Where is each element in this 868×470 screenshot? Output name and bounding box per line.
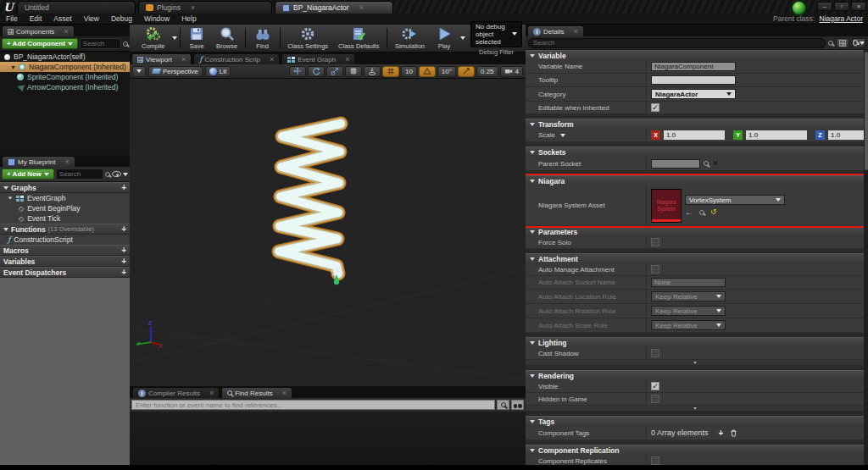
menu-file[interactable]: File — [0, 14, 24, 23]
components-search-input[interactable] — [80, 38, 121, 49]
maximize-button[interactable]: ▫ — [834, 2, 849, 11]
event-graph-item[interactable]: EventGraph — [0, 193, 130, 203]
event-beginplay-item[interactable]: ◇ Event BeginPlay — [0, 203, 130, 213]
close-icon[interactable]: × — [573, 28, 577, 35]
macros-header[interactable]: Macros + — [0, 245, 130, 256]
lighting-expander[interactable] — [526, 360, 864, 366]
cast-shadow-checkbox[interactable] — [651, 349, 659, 357]
graphs-header[interactable]: Graphs + — [0, 182, 130, 193]
details-search-input[interactable] — [528, 38, 826, 48]
window-tab-plugins[interactable]: Plugins × — [138, 1, 272, 14]
details-scrollbar[interactable] — [864, 50, 868, 465]
close-icon[interactable]: × — [181, 56, 186, 63]
tree-item-sprite-component[interactable]: SpriteComponent (Inherited) — [0, 72, 130, 82]
close-icon[interactable]: × — [64, 28, 68, 35]
close-icon[interactable]: × — [64, 158, 69, 165]
add-component-button[interactable]: + Add Component — [2, 38, 78, 49]
find-in-blueprints-button[interactable] — [511, 400, 524, 410]
auto-attach-socket-name-input[interactable] — [651, 278, 726, 287]
search-button[interactable] — [497, 400, 509, 410]
auto-attach-location-rule-dropdown[interactable]: Keep Relative — [651, 291, 726, 301]
variable-name-input[interactable] — [651, 62, 736, 71]
chevron-down-icon[interactable] — [560, 134, 565, 137]
browse-to-asset-icon[interactable] — [699, 210, 704, 215]
tags-header[interactable]: Tags — [526, 416, 864, 426]
close-icon[interactable]: × — [191, 4, 195, 11]
grid-snap-toggle[interactable] — [382, 66, 399, 77]
add-graph-button[interactable]: + — [121, 184, 126, 191]
menu-edit[interactable]: Edit — [24, 14, 48, 23]
niagara-asset-dropdown[interactable]: VortexSystem — [685, 195, 785, 205]
event-tick-item[interactable]: ◇ Event Tick — [0, 213, 130, 224]
find-references-input[interactable] — [131, 400, 495, 410]
menu-asset[interactable]: Asset — [47, 14, 77, 23]
play-options-chevron-icon[interactable] — [460, 36, 465, 40]
camera-speed-button[interactable]: 4 — [500, 66, 523, 77]
surface-snap-button[interactable] — [364, 66, 381, 77]
close-icon[interactable]: × — [209, 390, 214, 396]
debug-object-dropdown[interactable]: No debug object selected — [470, 21, 522, 47]
angle-snap-toggle[interactable] — [419, 66, 436, 77]
component-replication-header[interactable]: Component Replication — [526, 445, 864, 455]
reset-to-default-icon[interactable]: ↺ — [710, 208, 717, 216]
scale-snap-value-dropdown[interactable]: 0.25 — [476, 66, 498, 77]
browse-button[interactable]: Browse — [211, 25, 242, 51]
force-solo-checkbox[interactable] — [651, 238, 659, 246]
search-icon[interactable] — [704, 161, 709, 166]
window-tab-untitled[interactable]: Untitled — [17, 1, 136, 14]
trash-icon[interactable] — [730, 429, 737, 437]
scale-z-input[interactable]: 1.0 — [828, 130, 864, 140]
rotate-tool-button[interactable] — [308, 66, 325, 77]
auto-attach-rotation-rule-dropdown[interactable]: Keep Relative — [651, 306, 726, 316]
lit-button[interactable]: Lit — [205, 66, 231, 77]
property-matrix-button[interactable] — [836, 38, 849, 48]
variables-header[interactable]: Variables + — [0, 256, 130, 267]
angle-snap-value-dropdown[interactable]: 10° — [437, 66, 456, 77]
auto-manage-attachment-checkbox[interactable] — [651, 265, 659, 274]
save-button[interactable]: Save — [182, 25, 211, 51]
attachment-header[interactable]: Attachment — [526, 253, 864, 263]
simulation-button[interactable]: Simulation — [390, 25, 430, 51]
use-selected-asset-icon[interactable]: ← — [685, 208, 693, 216]
add-function-button[interactable]: + — [121, 225, 126, 233]
tab-find-results[interactable]: Find Results × — [221, 387, 292, 398]
scale-tool-button[interactable] — [326, 66, 343, 77]
variable-header[interactable]: Variable — [526, 50, 864, 60]
play-button[interactable]: Play — [430, 26, 459, 50]
clear-socket-icon[interactable]: ✕ — [712, 159, 719, 168]
tree-item-self[interactable]: BP_NiagaraActor(self) — [0, 52, 130, 62]
menu-view[interactable]: View — [78, 14, 105, 23]
rendering-expander[interactable] — [526, 406, 864, 412]
chevron-down-icon[interactable] — [123, 173, 128, 176]
auto-attach-scale-rule-dropdown[interactable]: Keep Relative — [651, 320, 726, 330]
my-blueprint-tab[interactable]: My Blueprint × — [2, 156, 75, 167]
minimize-button[interactable]: – — [817, 2, 832, 11]
add-macro-button[interactable]: + — [121, 246, 126, 254]
window-tab-bp-niagaraactor[interactable]: BP_NiagaraActor × — [275, 1, 393, 14]
compile-options-chevron-icon[interactable] — [172, 36, 177, 40]
tree-item-niagara-component[interactable]: ▼ NiagaraComponent (Inherited) — [0, 62, 130, 72]
event-dispatchers-header[interactable]: Event Dispatchers + — [0, 267, 130, 278]
add-dispatcher-button[interactable]: + — [121, 268, 126, 276]
class-defaults-button[interactable]: Class Defaults — [333, 25, 384, 51]
editable-when-inherited-checkbox[interactable]: ✓ — [651, 103, 659, 112]
parent-socket-input[interactable] — [651, 159, 700, 169]
construction-script-item[interactable]: ƒ ConstructionScript — [0, 235, 130, 245]
transform-header[interactable]: Transform — [526, 119, 864, 129]
expand-arrow-icon[interactable]: ▼ — [10, 64, 15, 70]
viewport-3d[interactable]: Z X — [130, 79, 526, 386]
close-icon[interactable]: × — [270, 56, 274, 63]
add-element-button[interactable]: + — [719, 429, 724, 438]
menu-debug[interactable]: Debug — [105, 14, 138, 23]
niagara-asset-thumbnail[interactable]: Niagara System — [651, 189, 682, 223]
hidden-in-game-checkbox[interactable] — [651, 395, 659, 403]
close-button[interactable]: × — [851, 2, 866, 11]
translate-tool-button[interactable] — [289, 66, 306, 77]
perspective-button[interactable]: Perspective — [148, 66, 203, 77]
close-icon[interactable]: × — [345, 56, 349, 63]
add-variable-button[interactable]: + — [121, 257, 126, 265]
tab-event-graph[interactable]: Event Graph × — [281, 53, 355, 64]
tab-compiler-results[interactable]: i Compiler Results × — [132, 387, 220, 398]
compile-button[interactable]: Compile — [136, 26, 170, 50]
close-icon[interactable]: × — [359, 4, 364, 11]
